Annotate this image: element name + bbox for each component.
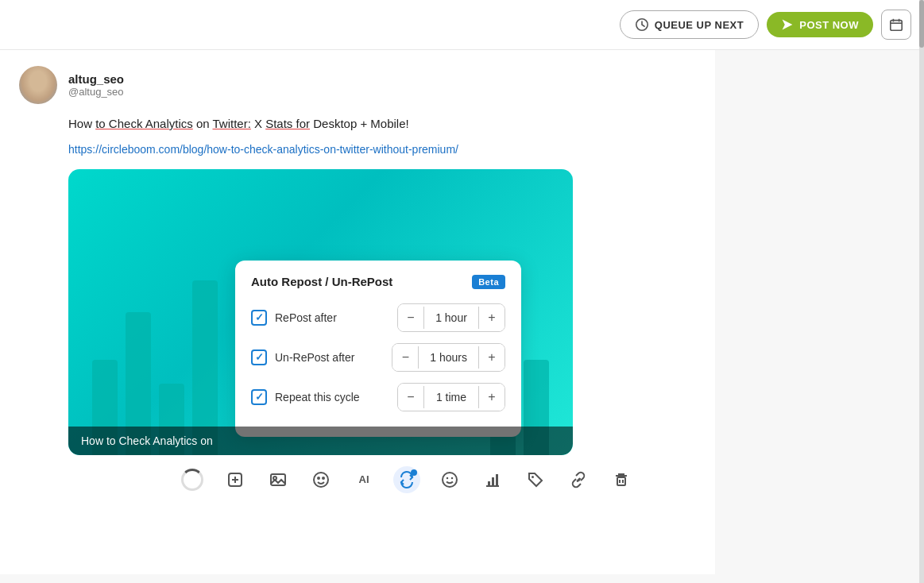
post-image-card: Auto Repost / Un-RePost Beta ✓ RePost af… bbox=[68, 169, 573, 455]
repost-row-left: ✓ RePost after bbox=[251, 310, 337, 326]
svg-rect-18 bbox=[488, 481, 490, 486]
username: altug_seo bbox=[68, 72, 124, 86]
queue-up-next-button[interactable]: QUEUE UP NEXT bbox=[620, 10, 759, 39]
repost-dot bbox=[411, 469, 417, 476]
unrepost-checkbox[interactable]: ✓ bbox=[251, 349, 267, 365]
top-bar: QUEUE UP NEXT POST NOW bbox=[0, 0, 924, 50]
avatar bbox=[19, 66, 57, 104]
chart-icon[interactable] bbox=[479, 466, 506, 493]
calendar-button[interactable] bbox=[881, 10, 911, 40]
repost-increment-button[interactable]: + bbox=[479, 304, 505, 331]
repeat-checkmark-icon: ✓ bbox=[255, 392, 264, 402]
add-icon[interactable] bbox=[222, 466, 249, 493]
panel-header: Auto Repost / Un-RePost Beta bbox=[251, 275, 505, 289]
unrepost-row-left: ✓ Un-RePost after bbox=[251, 349, 354, 365]
repost-after-row: ✓ RePost after − 1 hour + bbox=[251, 303, 505, 332]
svg-point-21 bbox=[532, 476, 534, 478]
scrollbar[interactable] bbox=[919, 0, 924, 583]
unrepost-increment-button[interactable]: + bbox=[479, 344, 505, 371]
beta-badge: Beta bbox=[472, 275, 505, 289]
repeat-decrement-button[interactable]: − bbox=[398, 384, 423, 411]
repeat-cycle-row: ✓ Repeat this cycle − 1 time + bbox=[251, 383, 505, 411]
post-link[interactable]: https://circleboom.com/blog/how-to-check… bbox=[68, 141, 696, 158]
unrepost-label: Un-RePost after bbox=[275, 351, 354, 364]
unrepost-value: 1 hours bbox=[418, 346, 479, 369]
main-content: altug_seo @altug_seo How to Check Analyt… bbox=[0, 50, 715, 574]
repeat-label: Repeat this cycle bbox=[275, 391, 360, 403]
repeat-row-left: ✓ Repeat this cycle bbox=[251, 389, 360, 405]
post-text-underline1: to Check Analytics bbox=[95, 117, 193, 130]
post-now-label: POST NOW bbox=[799, 19, 859, 31]
svg-point-11 bbox=[314, 473, 328, 487]
checkmark-icon: ✓ bbox=[255, 312, 264, 322]
post-text-underline3: Stats for bbox=[265, 117, 310, 130]
post-text-underline2: Twitter: bbox=[213, 117, 251, 130]
svg-point-14 bbox=[443, 473, 457, 487]
repeat-checkbox[interactable]: ✓ bbox=[251, 389, 267, 405]
svg-point-13 bbox=[323, 477, 324, 479]
post-now-button[interactable]: POST NOW bbox=[767, 12, 873, 37]
scrollbar-thumb[interactable] bbox=[919, 0, 924, 48]
repost-stepper: − 1 hour + bbox=[397, 303, 505, 332]
spinner-icon bbox=[179, 466, 206, 493]
repost-decrement-button[interactable]: − bbox=[398, 304, 423, 331]
send-icon bbox=[781, 18, 794, 31]
trash-icon[interactable] bbox=[608, 466, 635, 493]
emoji-face-icon[interactable] bbox=[307, 466, 334, 493]
image-caption-text: How to Check Analytics on bbox=[81, 434, 213, 447]
calendar-icon bbox=[889, 17, 903, 32]
repost-checkbox[interactable]: ✓ bbox=[251, 310, 267, 326]
image-icon[interactable] bbox=[265, 466, 292, 493]
tag-icon[interactable] bbox=[522, 466, 549, 493]
link-icon[interactable] bbox=[565, 466, 592, 493]
repeat-stepper: − 1 time + bbox=[397, 383, 505, 411]
svg-marker-1 bbox=[783, 20, 793, 30]
unrepost-after-row: ✓ Un-RePost after − 1 hours + bbox=[251, 343, 505, 372]
post-header: altug_seo @altug_seo bbox=[19, 66, 696, 104]
unrepost-decrement-button[interactable]: − bbox=[392, 344, 418, 371]
svg-rect-23 bbox=[617, 477, 625, 485]
ai-icon[interactable]: AI bbox=[350, 466, 377, 493]
svg-rect-20 bbox=[496, 474, 498, 486]
queue-button-label: QUEUE UP NEXT bbox=[655, 19, 744, 31]
user-info: altug_seo @altug_seo bbox=[68, 72, 124, 98]
bottom-toolbar: AI bbox=[118, 455, 696, 501]
unrepost-stepper: − 1 hours + bbox=[392, 343, 505, 372]
repost-label: RePost after bbox=[275, 311, 337, 324]
image-caption: How to Check Analytics on bbox=[68, 427, 573, 455]
panel-title: Auto Repost / Un-RePost bbox=[251, 275, 392, 288]
repeat-increment-button[interactable]: + bbox=[479, 384, 505, 411]
post-body: How to Check Analytics on Twitter: X Sta… bbox=[68, 115, 696, 501]
auto-repost-panel: Auto Repost / Un-RePost Beta ✓ RePost af… bbox=[235, 261, 521, 437]
post-text: How to Check Analytics on Twitter: X Sta… bbox=[68, 115, 696, 133]
user-handle: @altug_seo bbox=[68, 86, 124, 98]
svg-rect-19 bbox=[492, 477, 494, 486]
unrepost-checkmark-icon: ✓ bbox=[255, 352, 264, 362]
smiley-icon[interactable] bbox=[436, 466, 463, 493]
repeat-value: 1 time bbox=[423, 386, 479, 408]
svg-point-12 bbox=[318, 477, 319, 479]
repost-value: 1 hour bbox=[423, 307, 479, 329]
clock-icon bbox=[635, 17, 649, 32]
svg-rect-2 bbox=[891, 21, 902, 31]
repost-cycle-icon[interactable] bbox=[393, 466, 420, 493]
